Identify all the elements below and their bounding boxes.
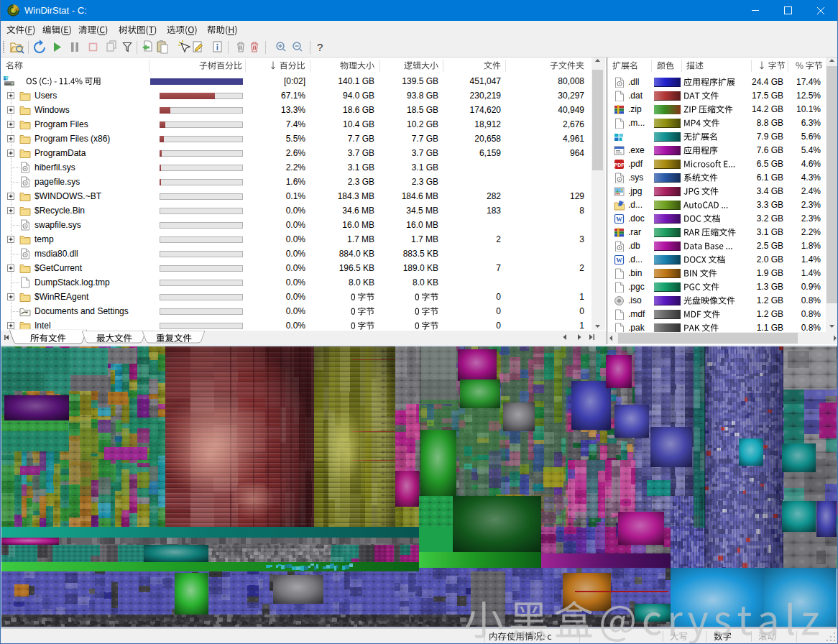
svg-text:W: W — [616, 257, 622, 264]
svg-text:W: W — [616, 216, 622, 223]
svg-text:PDF: PDF — [614, 162, 625, 167]
svg-text:?: ? — [317, 41, 323, 53]
